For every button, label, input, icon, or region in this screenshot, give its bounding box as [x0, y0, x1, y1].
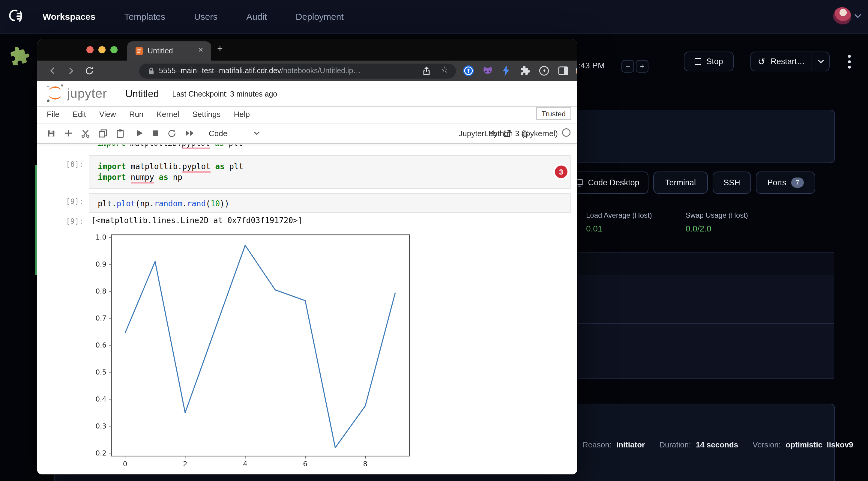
- cat-extension-icon[interactable]: [482, 65, 494, 77]
- zoom-out-button[interactable]: −: [621, 60, 634, 72]
- mac-zoom-button[interactable]: [111, 46, 118, 53]
- nav-templates[interactable]: Templates: [124, 11, 165, 22]
- cut-cell-icon[interactable]: [81, 129, 90, 138]
- extensions-puzzle-icon[interactable]: [520, 65, 530, 76]
- avatar-chevron-down-icon[interactable]: [854, 14, 861, 19]
- jupyter-menu-bar: File Edit View Run Kernel Settings Help: [47, 110, 250, 119]
- reload-icon[interactable]: [85, 66, 94, 75]
- checkpoint-status: Last Checkpoint: 3 minutes ago: [172, 90, 277, 98]
- back-icon[interactable]: [48, 66, 58, 75]
- build-meta-row: Reason: initiator Duration: 14 seconds V…: [583, 440, 853, 449]
- nav-audit[interactable]: Audit: [246, 11, 267, 22]
- ports-count-badge: 7: [791, 178, 804, 188]
- svg-text:0.8: 0.8: [95, 287, 106, 295]
- forward-icon[interactable]: [66, 66, 75, 75]
- toolbar-divider: [37, 143, 577, 144]
- collaborator-badge[interactable]: 3: [555, 165, 567, 178]
- run-cell-icon[interactable]: [135, 129, 143, 137]
- app-terminal-button[interactable]: Terminal: [653, 171, 708, 194]
- output9-text: [<matplotlib.lines.Line2D at 0x7fd03f191…: [91, 216, 302, 225]
- menu-divider: [37, 124, 577, 124]
- notebook-title[interactable]: Untitled: [125, 88, 159, 100]
- stop-button[interactable]: Stop: [684, 52, 734, 71]
- header-divider: [37, 106, 577, 107]
- menu-run[interactable]: Run: [129, 110, 144, 119]
- menu-file[interactable]: File: [47, 110, 59, 119]
- browser-window: Untitled ✕ + 55: [37, 39, 577, 474]
- restart-kernel-icon[interactable]: [167, 129, 176, 138]
- partial-scrolled-cell: import matplotlib.pyplot as plt: [97, 145, 409, 149]
- menu-help[interactable]: Help: [234, 110, 250, 119]
- trusted-badge[interactable]: Trusted: [536, 107, 571, 120]
- kernel-status-icon: [561, 128, 571, 137]
- zoom-in-button[interactable]: +: [636, 60, 648, 72]
- app-code-desktop-button[interactable]: Code Desktop: [566, 171, 648, 194]
- onepassword-extension-icon[interactable]: [463, 65, 474, 77]
- tab-title: Untitled: [148, 47, 173, 55]
- lighthouse-extension-icon[interactable]: [539, 65, 550, 76]
- new-tab-button[interactable]: +: [217, 43, 223, 54]
- app-ports-button[interactable]: Ports 7: [756, 171, 815, 194]
- cell-type-select[interactable]: Code: [209, 129, 227, 138]
- menu-settings[interactable]: Settings: [192, 110, 221, 119]
- mac-close-button[interactable]: [86, 46, 94, 53]
- browser-tab-strip: Untitled ✕ +: [37, 39, 577, 61]
- svg-text:1.0: 1.0: [95, 233, 106, 241]
- paste-cell-icon[interactable]: [116, 129, 125, 138]
- menu-edit[interactable]: Edit: [72, 110, 86, 119]
- mac-minimize-button[interactable]: [98, 46, 105, 53]
- browser-tab[interactable]: Untitled ✕: [127, 41, 211, 61]
- template-puzzle-icon: [5, 43, 32, 69]
- bookmark-star-icon[interactable]: ☆: [441, 64, 448, 74]
- code-cell-9[interactable]: plt.plot(np.random.rand(10)): [89, 193, 571, 213]
- jupyter-favicon: [135, 47, 143, 55]
- code-cell-8[interactable]: import matplotlib.pyplot as plt import n…: [89, 155, 571, 189]
- user-avatar[interactable]: [833, 7, 851, 25]
- workspace-time: 1:43 PM: [574, 61, 604, 70]
- screen: Workspaces Templates Users Audit Deploym…: [0, 0, 868, 481]
- share-icon[interactable]: [422, 66, 431, 75]
- browser-toolbar: 5555--main--test--matifali.atif.cdr.dev/…: [37, 61, 577, 81]
- cell9-prompt: [9]:: [66, 197, 83, 206]
- status-accent-bar: [35, 165, 37, 275]
- browser-profile-avatar[interactable]: [576, 65, 577, 77]
- restart-run-all-icon[interactable]: [185, 130, 194, 137]
- menu-view[interactable]: View: [99, 110, 116, 119]
- tab-close-icon[interactable]: ✕: [198, 46, 203, 54]
- svg-text:0.6: 0.6: [95, 341, 106, 349]
- nav-deployment[interactable]: Deployment: [296, 11, 344, 22]
- nav-users[interactable]: Users: [194, 11, 217, 22]
- svg-text:0: 0: [123, 460, 127, 468]
- address-bar[interactable]: 5555--main--test--matifali.atif.cdr.dev/…: [139, 63, 456, 78]
- svg-text:8: 8: [363, 460, 368, 468]
- svg-text:0.5: 0.5: [95, 368, 106, 376]
- side-panel-icon[interactable]: [558, 65, 569, 76]
- jupyter-page: jupyter Untitled Last Checkpoint: 3 minu…: [37, 81, 577, 474]
- stat-swap-usage: Swap Usage (Host) 0.0/2.0: [686, 211, 748, 233]
- svg-text:0.9: 0.9: [95, 260, 106, 268]
- restart-icon: ↺: [757, 56, 765, 67]
- add-cell-icon[interactable]: [64, 129, 72, 137]
- kernel-name[interactable]: Python 3 (ipykernel): [489, 129, 558, 138]
- coder-top-nav: Workspaces Templates Users Audit Deploym…: [0, 0, 868, 34]
- url-text: 5555--main--test--matifali.atif.cdr.dev/…: [159, 66, 361, 75]
- save-icon[interactable]: [47, 129, 56, 138]
- menu-kernel[interactable]: Kernel: [157, 110, 179, 119]
- copy-cell-icon[interactable]: [98, 129, 107, 138]
- stop-square-icon: [694, 58, 701, 65]
- cell-type-caret-icon[interactable]: [254, 131, 260, 135]
- workspace-kebab-menu[interactable]: [847, 54, 851, 70]
- jupyter-logo: [45, 83, 65, 104]
- jupyter-brand: jupyter: [67, 86, 107, 101]
- svg-text:0.7: 0.7: [95, 314, 106, 322]
- coder-logo[interactable]: [7, 8, 23, 25]
- svg-text:0.2: 0.2: [95, 449, 106, 457]
- svg-text:0.4: 0.4: [95, 395, 106, 403]
- bolt-extension-icon[interactable]: [501, 65, 512, 77]
- app-ssh-button[interactable]: SSH: [713, 171, 751, 194]
- restart-button[interactable]: ↺ Restart…: [750, 52, 812, 71]
- restart-dropdown-button[interactable]: [812, 52, 830, 71]
- interrupt-kernel-icon[interactable]: [152, 130, 159, 137]
- lock-icon[interactable]: [148, 67, 155, 75]
- nav-workspaces[interactable]: Workspaces: [42, 11, 95, 22]
